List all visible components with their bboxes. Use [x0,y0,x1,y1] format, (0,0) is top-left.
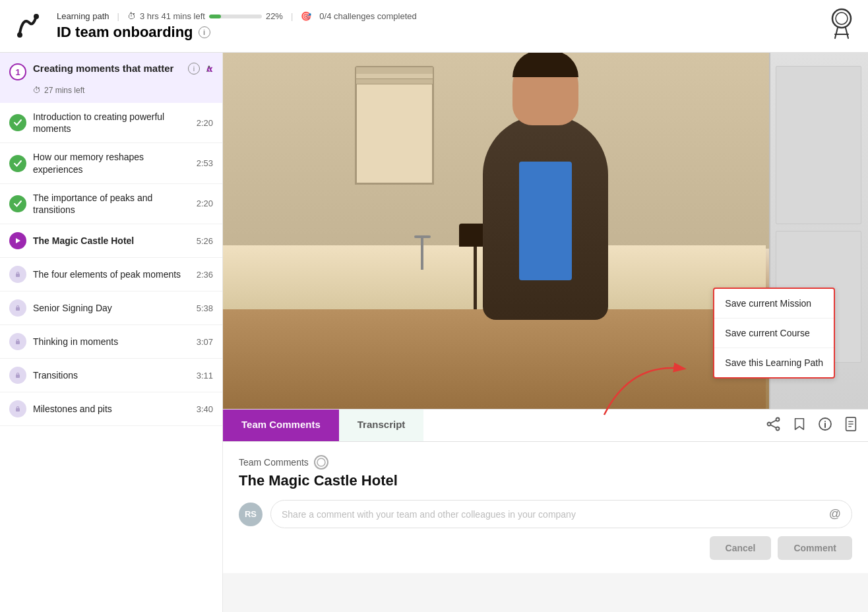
comment-input[interactable]: Share a comment with your team and other… [270,500,852,528]
lesson-duration: 3:11 [197,371,213,381]
bookmark-icon[interactable] [793,417,806,435]
title-text: ID team onboarding [57,24,193,41]
svg-point-3 [836,13,848,24]
locked-icon [9,367,26,384]
svg-point-0 [17,32,22,38]
lesson-duration: 2:20 [197,118,213,128]
svg-line-4 [835,28,838,38]
lesson-title: The importance of peaks and transitions [33,192,190,216]
divider-2: | [291,11,293,21]
section-time: ⏱ 27 mins left [0,80,222,103]
list-item[interactable]: Introduction to creating powerful moment… [0,103,222,143]
comments-header-row: Team Comments [239,455,852,470]
progress-pct: 22% [266,11,283,21]
tab-transcript[interactable]: Transcript [339,410,424,441]
divider-1: | [117,11,119,21]
save-course-item[interactable]: Save current Course [714,319,834,348]
title-info-icon[interactable]: i [199,26,210,38]
locked-icon [9,266,26,283]
svg-line-5 [846,28,848,38]
lesson-duration: 3:40 [197,404,213,414]
comment-input-row: RS Share a comment with your team and ot… [239,500,852,528]
list-item[interactable]: The Magic Castle Hotel 5:26 [0,224,222,258]
toolbar-icons [766,417,868,435]
clock-icon: ⏱ [127,11,136,21]
header-title: ID team onboarding i [57,24,855,41]
section-title: Creating moments that matter [33,62,181,75]
section-title-block: Creating moments that matter [33,62,181,75]
challenges-label: 0/4 challenges completed [319,11,416,21]
progress-fill [209,15,221,18]
time-remaining: 3 hrs 41 mins left [140,11,205,21]
section-info-icon[interactable]: i [188,63,200,75]
list-item[interactable]: Senior Signing Day 5:38 [0,291,222,325]
locked-icon [9,333,26,350]
submit-comment-button[interactable]: Comment [778,536,852,560]
list-item[interactable]: Milestones and pits 3:40 [0,392,222,426]
lesson-title: Transitions [33,369,190,381]
logo[interactable] [13,10,46,43]
lesson-duration: 2:36 [197,270,213,280]
play-icon [9,232,26,249]
svg-marker-7 [16,238,20,243]
completed-icon [9,155,26,172]
award-icon [828,8,855,45]
chat-bubble-icon [314,455,328,470]
svg-rect-12 [16,408,20,412]
comment-actions: Cancel Comment [239,536,852,560]
svg-rect-11 [16,375,20,378]
info-icon[interactable] [818,417,832,435]
svg-point-1 [34,14,39,19]
save-mission-item[interactable]: Save current Mission [714,289,834,319]
at-mention-icon[interactable]: @ [829,507,841,521]
cancel-button[interactable]: Cancel [710,536,772,560]
lesson-duration: 5:38 [197,303,213,313]
path-label: Learning path [57,11,109,21]
save-learning-path-item[interactable]: Save this Learning Path [714,348,834,377]
challenges-icon: 🎯 [301,11,311,21]
svg-point-20 [824,421,826,422]
tab-team-comments[interactable]: Team Comments [223,410,339,441]
progress-bar [209,15,262,18]
completed-icon [9,195,26,212]
lesson-title: Milestones and pits [33,403,190,415]
list-item[interactable]: Thinking in moments 3:07 [0,325,222,359]
time-info: ⏱ 3 hrs 41 mins left 22% [127,11,283,21]
header-info: Learning path | ⏱ 3 hrs 41 mins left 22%… [57,11,855,41]
svg-point-2 [832,9,851,28]
list-item[interactable]: The importance of peaks and transitions … [0,184,222,224]
comments-video-title: The Magic Castle Hotel [239,472,852,489]
svg-point-15 [768,422,771,425]
time-icon: ⏱ [33,86,41,95]
tabs-toolbar: Team Comments Transcript [223,410,868,442]
lesson-duration: 2:20 [197,199,213,208]
comments-label: Team Comments [239,457,309,468]
svg-rect-9 [16,307,20,311]
lesson-list: Introduction to creating powerful moment… [0,103,222,426]
bottom-panel: Team Comments Transcript [223,409,868,573]
header: Learning path | ⏱ 3 hrs 41 mins left 22%… [0,0,868,53]
svg-rect-8 [16,274,20,277]
list-item[interactable]: How our memory reshapes experiences 2:53 [0,143,222,183]
locked-icon [9,299,26,317]
lesson-title: Senior Signing Day [33,302,190,314]
lesson-title: How our memory reshapes experiences [33,151,190,175]
svg-point-25 [317,458,325,466]
save-dropdown: Save current Mission Save current Course… [713,288,835,379]
section-header: 1 Creating moments that matter i ∧ [0,53,222,80]
list-item[interactable]: The four elements of peak moments 2:36 [0,258,222,291]
svg-point-14 [776,427,780,430]
sidebar-toggle[interactable]: « [206,62,213,76]
content-area: Team Comments Transcript [223,53,868,612]
svg-line-16 [770,420,776,423]
share-icon[interactable] [766,417,781,435]
header-top: Learning path | ⏱ 3 hrs 41 mins left 22%… [57,11,855,21]
section-number: 1 [9,63,26,80]
svg-line-17 [770,425,776,428]
lesson-duration: 3:07 [197,337,213,347]
list-item[interactable]: Transitions 3:11 [0,359,222,392]
lesson-duration: 5:26 [197,236,213,246]
main-layout: 1 Creating moments that matter i ∧ ⏱ 27 … [0,53,868,612]
comments-section: Team Comments The Magic Castle Hotel RS … [223,442,868,573]
view-icon[interactable] [844,417,857,435]
